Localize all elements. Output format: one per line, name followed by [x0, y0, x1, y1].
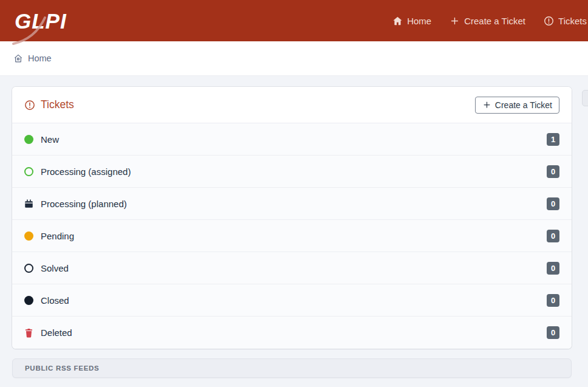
status-pending-dot-icon [24, 231, 35, 241]
ticket-status-label: New [41, 134, 547, 145]
ticket-status-list: New1Processing (assigned)0Processing (pl… [12, 123, 572, 349]
status-solved-ring-icon [24, 264, 35, 273]
nav-home-label: Home [407, 16, 431, 26]
tickets-card: Tickets Create a Ticket New1Processing (… [12, 87, 572, 349]
ticket-status-label: Processing (planned) [41, 199, 547, 209]
rss-feeds-card: PUBLIC RSS FEEDS [12, 358, 572, 378]
status-closed-dot-icon [24, 296, 35, 305]
side-card-cut [582, 90, 588, 106]
calendar-icon [24, 199, 35, 208]
main-content: Tickets Create a Ticket New1Processing (… [0, 76, 588, 387]
ticket-status-label: Deleted [41, 327, 547, 338]
tickets-card-header: Tickets Create a Ticket [12, 87, 572, 123]
main-column: Tickets Create a Ticket New1Processing (… [12, 87, 572, 387]
ticket-status-label: Processing (assigned) [41, 166, 547, 177]
ticket-row-processing-planned[interactable]: Processing (planned)0 [12, 188, 572, 220]
tickets-card-title: Tickets [24, 98, 74, 111]
ticket-row-pending[interactable]: Pending0 [12, 220, 572, 252]
breadcrumb-home[interactable]: Home [13, 53, 52, 63]
alert-circle-icon [544, 16, 554, 26]
ticket-count-badge: 0 [547, 262, 559, 275]
top-navigation: Home Create a Ticket Tickets [392, 16, 588, 26]
breadcrumb-home-label: Home [28, 53, 52, 63]
glpi-logo[interactable]: GLPI [15, 10, 72, 32]
ticket-row-solved[interactable]: Solved0 [12, 252, 572, 284]
ticket-count-badge: 0 [547, 197, 559, 210]
plus-icon [450, 16, 460, 26]
status-assigned-ring-icon [24, 167, 35, 176]
ticket-count-badge: 1 [547, 133, 559, 146]
nav-home[interactable]: Home [392, 16, 431, 26]
ticket-count-badge: 0 [547, 326, 559, 339]
tickets-title-text: Tickets [41, 98, 74, 111]
ticket-row-new[interactable]: New1 [12, 123, 572, 156]
alert-circle-icon [24, 100, 35, 111]
status-new-dot-icon [24, 135, 35, 144]
topbar: GLPI Home Create a Ticket Tickets [0, 0, 588, 41]
ticket-count-badge: 0 [547, 165, 559, 178]
rss-feeds-title: PUBLIC RSS FEEDS [25, 365, 99, 372]
logo-text: GLPI [15, 9, 67, 33]
nav-tickets-label: Tickets [558, 16, 587, 26]
home-icon [392, 16, 403, 26]
ticket-row-deleted[interactable]: Deleted0 [12, 317, 572, 349]
ticket-status-label: Closed [41, 295, 547, 306]
trash-icon [24, 328, 35, 338]
create-ticket-button[interactable]: Create a Ticket [475, 97, 559, 114]
nav-create-ticket-label: Create a Ticket [464, 16, 525, 26]
ticket-row-processing-assigned[interactable]: Processing (assigned)0 [12, 156, 572, 188]
create-ticket-button-label: Create a Ticket [495, 100, 552, 110]
breadcrumb: Home [0, 41, 588, 76]
ticket-count-badge: 0 [547, 294, 559, 307]
ticket-status-label: Solved [41, 263, 547, 273]
plus-icon [482, 100, 491, 109]
ticket-count-badge: 0 [547, 230, 559, 242]
ticket-row-closed[interactable]: Closed0 [12, 284, 572, 317]
ticket-status-label: Pending [41, 231, 547, 241]
home-outline-icon [13, 53, 23, 63]
nav-create-ticket[interactable]: Create a Ticket [450, 16, 525, 26]
nav-tickets[interactable]: Tickets [544, 16, 587, 26]
side-column [582, 87, 588, 387]
